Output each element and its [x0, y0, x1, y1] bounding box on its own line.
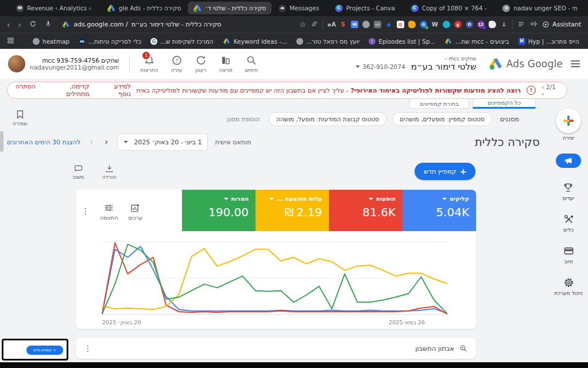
search-button[interactable]: חיפוש — [245, 55, 258, 73]
tab-label: nadav unger SEO - תי — [513, 5, 577, 12]
translate-icon[interactable]: אA — [328, 21, 335, 28]
date-range-picker[interactable]: 1 ביוני - 20 באוק׳ 2025 — [117, 133, 208, 151]
code-icon[interactable]: ‹/› — [374, 21, 381, 28]
nav-campaigns[interactable] — [556, 154, 581, 170]
filter-chip[interactable]: סטטוס קמפיין: מופעלים, מושהים — [392, 112, 492, 126]
tab-label: Projects - Canva — [346, 5, 395, 12]
nav-goals[interactable]: יעדים — [563, 181, 575, 201]
metrics-button[interactable]: ערכים — [128, 202, 142, 221]
reload-icon[interactable] — [29, 20, 37, 29]
w-icon[interactable]: W — [431, 21, 439, 28]
google-ads-icon — [223, 38, 230, 44]
back-icon[interactable]: ‹ — [7, 20, 10, 29]
more-options-icon[interactable]: ⋮ — [82, 207, 90, 215]
metric-card-conversions[interactable]: המרות 190.00 — [182, 190, 256, 231]
feedback-button[interactable]: משוב — [72, 164, 84, 180]
sphere-icon[interactable] — [362, 21, 370, 28]
g-red-icon[interactable]: g — [454, 21, 462, 28]
browser-tab[interactable]: ʍ Messages — [273, 2, 325, 14]
tag-icon[interactable]: ◆ — [385, 21, 393, 28]
avatar[interactable] — [8, 55, 25, 72]
scrollbar-thumb[interactable] — [0, 131, 3, 152]
tab-label: Messages — [289, 5, 319, 12]
user-profile[interactable]: mcc שחקים 939-759-4756 nadavunger2011@gm… — [8, 55, 119, 72]
tools-icon — [563, 213, 574, 225]
account-switcher[interactable]: שחקים mcc ‹ שלטי דימור בע״מ 362-910-2074 — [355, 56, 476, 72]
nav-admin[interactable]: ניהול מערכת — [554, 276, 582, 296]
create-button[interactable] — [556, 108, 581, 133]
metric-card-impressions[interactable]: הופעות 81.6K — [329, 190, 403, 231]
more-options-icon[interactable]: ⋮ — [84, 344, 92, 352]
date-next-icon[interactable]: › — [102, 137, 110, 147]
bookmark-item[interactable]: heatmap — [33, 38, 69, 45]
site-favicon: ✿ — [502, 5, 510, 12]
bookmark-star-icon[interactable]: ☆ — [299, 20, 306, 29]
appearance-button[interactable]: מראה — [219, 55, 233, 73]
flame-icon[interactable] — [408, 21, 416, 28]
address-field[interactable]: ads.google.com / סקירה כללית - שלטי דימו… — [62, 21, 221, 28]
spotify-icon: ♪ — [369, 38, 376, 45]
forward-icon[interactable]: › — [18, 20, 22, 29]
page-icon[interactable]: ▥ — [397, 21, 404, 28]
save-page-icon[interactable]: ↓ — [500, 21, 508, 28]
browser-tab-active[interactable]: סקירה כללית - שלטי ד׳ — [188, 2, 272, 14]
cat-icon[interactable] — [489, 21, 496, 28]
filter-chip[interactable]: סטטוס קבוצת המודעות: מופעל, מושהה — [269, 112, 386, 126]
browser-tab[interactable]: C Copy of 1080 × 764 - — [405, 2, 493, 14]
metric-card-clicks[interactable]: קליקים 5.04K — [403, 190, 476, 231]
nav-tools[interactable]: כלים — [563, 213, 574, 233]
o-circle-icon[interactable]: O — [466, 21, 473, 28]
assistant-button[interactable]: Assistant — [542, 21, 581, 28]
nav-create[interactable]: יצירה — [556, 108, 581, 141]
chart-toolbar: ⋮ התאמה ערכים — [82, 202, 142, 221]
waveform-icon[interactable] — [529, 19, 537, 30]
apps-grid-icon[interactable] — [7, 36, 14, 47]
performance-line-chart[interactable] — [102, 238, 447, 319]
download-button[interactable]: הורדה — [102, 164, 116, 180]
new-campaign-button[interactable]: + קמפיין חדש — [415, 163, 475, 180]
bookmark-item[interactable]: ביצועים - mcc שח... — [444, 37, 509, 45]
bookmark-item[interactable]: Keyword ideas -... — [223, 37, 287, 45]
add-filter-button[interactable]: הוספת מסנן — [227, 116, 260, 123]
menu-icon[interactable] — [571, 60, 580, 67]
adjust-button[interactable]: התאמה — [100, 202, 118, 221]
account-name: שלטי דימור בע״מ — [411, 62, 477, 72]
date-prev-icon[interactable]: ‹ — [87, 137, 95, 147]
account-diagnosis-card[interactable]: אבחון החשבון ⋮ — [76, 338, 476, 359]
browser-tab[interactable]: ✿ nadav unger SEO - תי — [497, 2, 583, 14]
g-circle-icon[interactable]: G — [420, 21, 427, 28]
metric-card-avg-cost[interactable]: עלות ממוצעת ... 2.19₪ — [256, 190, 329, 231]
copy-link-icon[interactable] — [311, 19, 318, 30]
learn-more-link[interactable]: למידע נוסף — [103, 83, 131, 98]
help-button[interactable]: ? עזרה — [171, 55, 183, 73]
apps-badge-icon[interactable]: 12 — [477, 21, 485, 28]
get-started-link[interactable]: קדימה, מתחילים — [49, 83, 90, 98]
diagnosis-magnifier-icon — [459, 344, 468, 353]
browser-tab[interactable]: W Revenue ‹ Analytics ‹ — [10, 2, 97, 14]
mail-icon[interactable]: M — [351, 21, 358, 28]
bookmark-item[interactable]: ADכלי לסריקה וניתוח... — [79, 38, 141, 45]
screen-capture-overlay[interactable]: + קמפיין חדש — [2, 339, 68, 361]
last-30-days-link[interactable]: להצגת 30 הימים האחרונים — [7, 139, 80, 146]
caret-down-icon — [269, 198, 274, 200]
browser-tab[interactable]: C Projects - Canva — [330, 2, 401, 14]
nav-billing[interactable]: חיוב — [563, 244, 574, 264]
google-ads-triangle-icon — [489, 58, 502, 70]
header-actions: חיפוש מראה רענון ? עזרה 1 התראות — [140, 55, 258, 73]
window-bottom-edge — [0, 362, 588, 368]
hide-link[interactable]: הסתרה — [16, 83, 36, 98]
tab-label: Copy of 1080 × 764 - — [422, 5, 487, 12]
bookmark-item[interactable]: ♪Episodes list | Sp... — [369, 38, 435, 45]
banner-pagination[interactable]: ‹ 2/1 › — [541, 83, 559, 97]
reading-list-icon[interactable] — [517, 19, 525, 30]
mic-icon[interactable] — [45, 20, 52, 29]
notifications-button[interactable]: 1 התראות — [140, 55, 158, 73]
teal-circle-icon[interactable] — [443, 21, 450, 28]
bookmark-item[interactable]: Hהייפ פתרונ... | Hyp — [519, 38, 579, 45]
google-ads-logo: Ads Google — [489, 58, 563, 70]
browser-tab[interactable]: סקירה כללית - gle Ads — [102, 2, 187, 14]
bookmark-item[interactable]: יועץ מס רפאל טזר... — [296, 38, 359, 45]
bookmark-item[interactable]: Gהמרכז לשקיפות ש... — [150, 38, 214, 45]
refresh-button[interactable]: רענון — [195, 55, 207, 73]
semrush-icon[interactable]: S — [339, 21, 347, 28]
